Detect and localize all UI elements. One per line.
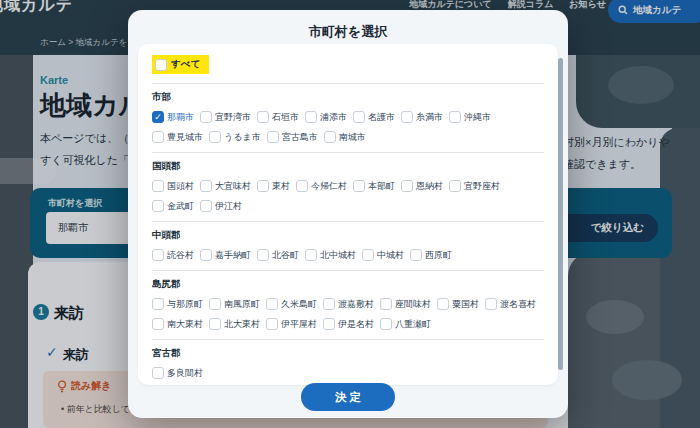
municipality-checkbox[interactable]: うるま市 bbox=[209, 131, 261, 144]
checkbox-icon bbox=[209, 318, 221, 330]
municipality-checkbox[interactable]: 読谷村 bbox=[152, 249, 194, 262]
municipality-checkbox[interactable]: 北中城村 bbox=[305, 249, 356, 262]
checkbox-icon bbox=[155, 59, 167, 71]
checkbox-icon bbox=[152, 367, 164, 379]
checkbox-icon bbox=[266, 318, 278, 330]
municipality-checkbox[interactable]: 渡嘉敷村 bbox=[323, 298, 374, 311]
municipality-label: 伊是名村 bbox=[338, 318, 374, 331]
submit-button[interactable]: 決定 bbox=[301, 383, 395, 411]
checkbox-icon bbox=[257, 180, 269, 192]
municipality-label: 久米島町 bbox=[281, 298, 317, 311]
municipality-checkbox[interactable]: 糸満市 bbox=[401, 111, 443, 124]
municipality-checkbox[interactable]: 本部町 bbox=[353, 180, 395, 193]
municipality-label: 与那原町 bbox=[167, 298, 203, 311]
checkbox-icon bbox=[200, 249, 212, 261]
group-name: 島尻郡 bbox=[152, 278, 544, 291]
municipality-label: 伊平屋村 bbox=[281, 318, 317, 331]
municipality-checkbox[interactable]: 渡名喜村 bbox=[485, 298, 536, 311]
municipality-label: うるま市 bbox=[224, 131, 261, 144]
checkbox-icon bbox=[267, 131, 279, 143]
municipality-checkbox[interactable]: 伊是名村 bbox=[323, 318, 374, 331]
municipality-checkbox[interactable]: 沖縄市 bbox=[449, 111, 491, 124]
checkbox-icon bbox=[449, 111, 461, 123]
municipality-label: 浦添市 bbox=[320, 111, 347, 124]
municipality-label: 渡名喜村 bbox=[500, 298, 536, 311]
municipality-checkbox[interactable]: 中城村 bbox=[362, 249, 404, 262]
checkbox-icon bbox=[410, 249, 422, 261]
checkbox-icon bbox=[353, 111, 365, 123]
municipality-label: 北大東村 bbox=[224, 318, 260, 331]
group-items: 与那原町南風原町久米島町渡嘉敷村座間味村粟国村渡名喜村南大東村北大東村伊平屋村伊… bbox=[152, 298, 544, 331]
checkbox-icon bbox=[200, 111, 212, 123]
municipality-label: 粟国村 bbox=[452, 298, 479, 311]
checkbox-icon bbox=[401, 111, 413, 123]
group-name: 宮古郡 bbox=[152, 347, 544, 360]
divider bbox=[152, 221, 544, 222]
municipality-label: 恩納村 bbox=[416, 180, 443, 193]
checkbox-icon bbox=[380, 298, 392, 310]
municipality-checkbox[interactable]: 宮古島市 bbox=[267, 131, 318, 144]
municipality-label: 南大東村 bbox=[167, 318, 203, 331]
checkbox-icon bbox=[152, 298, 164, 310]
group-name: 市部 bbox=[152, 91, 544, 104]
municipality-checkbox[interactable]: 宜野湾市 bbox=[200, 111, 251, 124]
municipality-checkbox[interactable]: 粟国村 bbox=[437, 298, 479, 311]
municipality-label: 中城村 bbox=[377, 249, 404, 262]
municipality-checkbox[interactable]: ✓那覇市 bbox=[152, 111, 194, 124]
municipality-checkbox[interactable]: 石垣市 bbox=[257, 111, 299, 124]
divider bbox=[152, 339, 544, 340]
municipality-checkbox[interactable]: 座間味村 bbox=[380, 298, 431, 311]
municipality-checkbox[interactable]: 八重瀬町 bbox=[380, 318, 431, 331]
municipality-label: 豊見城市 bbox=[167, 131, 203, 144]
checkbox-icon bbox=[152, 180, 164, 192]
checkbox-icon: ✓ bbox=[152, 111, 164, 123]
checkbox-icon bbox=[362, 249, 374, 261]
municipality-checkbox[interactable]: 国頭村 bbox=[152, 180, 194, 193]
municipality-checkbox[interactable]: 与那原町 bbox=[152, 298, 203, 311]
municipality-checkbox[interactable]: 宜野座村 bbox=[449, 180, 500, 193]
municipality-label: 北中城村 bbox=[320, 249, 356, 262]
municipality-groups: 市部✓那覇市宜野湾市石垣市浦添市名護市糸満市沖縄市豊見城市うるま市宮古島市南城市… bbox=[152, 91, 544, 380]
municipality-checkbox[interactable]: 嘉手納町 bbox=[200, 249, 251, 262]
checkbox-icon bbox=[152, 200, 164, 212]
divider bbox=[152, 270, 544, 271]
checkbox-icon bbox=[209, 298, 221, 310]
modal-title: 市町村を選択 bbox=[128, 10, 568, 41]
municipality-checkbox[interactable]: 北谷町 bbox=[257, 249, 299, 262]
municipality-label: 東村 bbox=[272, 180, 290, 193]
group-items: 多良間村 bbox=[152, 367, 544, 380]
checkbox-icon bbox=[152, 249, 164, 261]
scrollbar-thumb[interactable] bbox=[558, 58, 563, 370]
municipality-checkbox[interactable]: 浦添市 bbox=[305, 111, 347, 124]
municipality-checkbox[interactable]: 南風原町 bbox=[209, 298, 260, 311]
checkbox-icon bbox=[152, 318, 164, 330]
group-items: 国頭村大宜味村東村今帰仁村本部町恩納村宜野座村金武町伊江村 bbox=[152, 180, 544, 213]
municipality-label: 読谷村 bbox=[167, 249, 194, 262]
select-all-checkbox[interactable]: すべて bbox=[152, 55, 209, 74]
checkbox-icon bbox=[209, 131, 221, 143]
municipality-checkbox[interactable]: 多良間村 bbox=[152, 367, 203, 380]
checkbox-icon bbox=[305, 111, 317, 123]
municipality-label: 八重瀬町 bbox=[395, 318, 431, 331]
municipality-checkbox[interactable]: 豊見城市 bbox=[152, 131, 203, 144]
municipality-checkbox[interactable]: 伊平屋村 bbox=[266, 318, 317, 331]
municipality-checkbox[interactable]: 大宜味村 bbox=[200, 180, 251, 193]
modal-scroll-panel: すべて 市部✓那覇市宜野湾市石垣市浦添市名護市糸満市沖縄市豊見城市うるま市宮古島… bbox=[138, 44, 558, 385]
municipality-checkbox[interactable]: 南大東村 bbox=[152, 318, 203, 331]
municipality-checkbox[interactable]: 東村 bbox=[257, 180, 290, 193]
municipality-checkbox[interactable]: 北大東村 bbox=[209, 318, 260, 331]
municipality-checkbox[interactable]: 名護市 bbox=[353, 111, 395, 124]
municipality-label: 宜野湾市 bbox=[215, 111, 251, 124]
municipality-checkbox[interactable]: 南城市 bbox=[324, 131, 366, 144]
checkbox-icon bbox=[323, 318, 335, 330]
municipality-checkbox[interactable]: 恩納村 bbox=[401, 180, 443, 193]
municipality-checkbox[interactable]: 金武町 bbox=[152, 200, 194, 213]
municipality-checkbox[interactable]: 西原町 bbox=[410, 249, 452, 262]
municipality-modal: 市町村を選択 すべて 市部✓那覇市宜野湾市石垣市浦添市名護市糸満市沖縄市豊見城市… bbox=[128, 10, 568, 418]
divider bbox=[152, 152, 544, 153]
municipality-label: 今帰仁村 bbox=[311, 180, 347, 193]
municipality-checkbox[interactable]: 久米島町 bbox=[266, 298, 317, 311]
municipality-checkbox[interactable]: 今帰仁村 bbox=[296, 180, 347, 193]
municipality-label: 大宜味村 bbox=[215, 180, 251, 193]
municipality-checkbox[interactable]: 伊江村 bbox=[200, 200, 242, 213]
